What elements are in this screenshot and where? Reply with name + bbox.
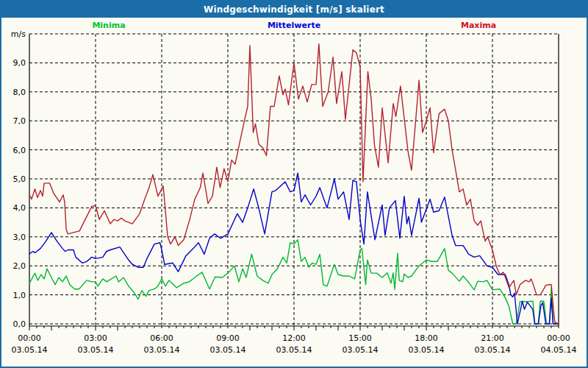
svg-text:03.05.14: 03.05.14 xyxy=(78,345,114,355)
wind-speed-line-chart: 0,01,02,03,04,05,06,07,08,09,0m/s00:0003… xyxy=(1,1,587,367)
svg-text:15:00: 15:00 xyxy=(348,333,372,343)
svg-text:00:00: 00:00 xyxy=(547,333,570,343)
svg-text:5,0: 5,0 xyxy=(13,174,26,184)
svg-text:3,0: 3,0 xyxy=(13,233,26,242)
svg-text:03.05.14: 03.05.14 xyxy=(343,345,379,355)
svg-text:04.05.14: 04.05.14 xyxy=(541,345,577,355)
svg-text:03.05.14: 03.05.14 xyxy=(475,345,511,355)
svg-text:03:00: 03:00 xyxy=(84,333,107,343)
svg-text:00:00: 00:00 xyxy=(18,333,41,343)
svg-text:0,0: 0,0 xyxy=(13,319,26,329)
svg-text:03.05.14: 03.05.14 xyxy=(276,345,312,355)
svg-text:06:00: 06:00 xyxy=(150,333,173,343)
svg-text:21:00: 21:00 xyxy=(481,333,504,343)
chart-window: Windgeschwindigkeit [m/s] skaliert Minim… xyxy=(0,0,588,368)
svg-text:8,0: 8,0 xyxy=(13,88,26,97)
svg-text:7,0: 7,0 xyxy=(13,116,26,126)
svg-text:6,0: 6,0 xyxy=(13,146,26,155)
svg-text:12:00: 12:00 xyxy=(282,333,306,343)
svg-text:03.05.14: 03.05.14 xyxy=(409,345,445,355)
svg-text:4,0: 4,0 xyxy=(13,203,26,213)
svg-text:18:00: 18:00 xyxy=(415,333,438,343)
svg-text:03.05.14: 03.05.14 xyxy=(144,345,180,355)
svg-text:03.05.14: 03.05.14 xyxy=(210,345,246,355)
svg-text:03.05.14: 03.05.14 xyxy=(12,345,48,355)
svg-text:m/s: m/s xyxy=(11,29,26,39)
svg-text:9,0: 9,0 xyxy=(13,58,26,68)
svg-text:2,0: 2,0 xyxy=(13,261,26,271)
svg-text:1,0: 1,0 xyxy=(13,291,26,300)
svg-text:09:00: 09:00 xyxy=(216,333,240,343)
